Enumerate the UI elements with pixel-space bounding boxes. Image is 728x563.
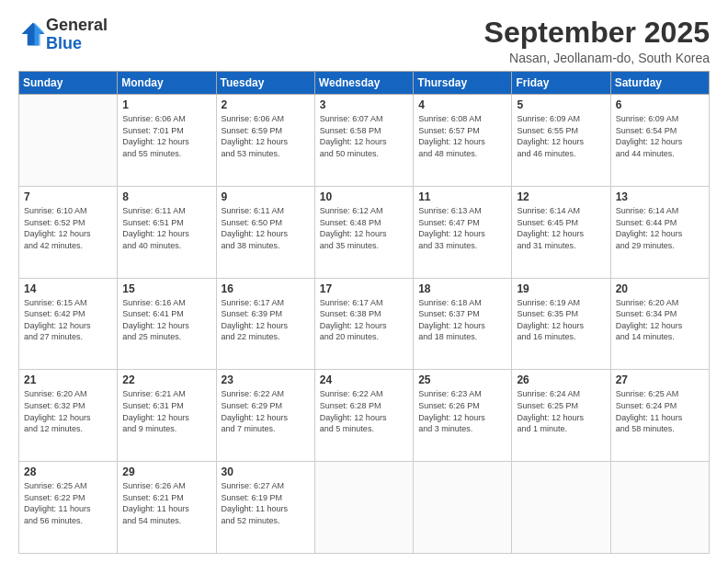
day-number: 7	[24, 190, 112, 203]
calendar-week-row: 14Sunrise: 6:15 AM Sunset: 6:42 PM Dayli…	[19, 278, 710, 370]
day-info: Sunrise: 6:09 AM Sunset: 6:54 PM Dayligh…	[616, 113, 704, 159]
day-info: Sunrise: 6:07 AM Sunset: 6:58 PM Dayligh…	[320, 113, 408, 159]
calendar-cell: 5Sunrise: 6:09 AM Sunset: 6:55 PM Daylig…	[512, 95, 610, 187]
location: Nasan, Jeollanam-do, South Korea	[484, 51, 710, 65]
title-block: September 2025 Nasan, Jeollanam-do, Sout…	[484, 17, 710, 65]
calendar-cell: 13Sunrise: 6:14 AM Sunset: 6:44 PM Dayli…	[610, 186, 709, 278]
calendar-cell: 30Sunrise: 6:27 AM Sunset: 6:19 PM Dayli…	[216, 462, 314, 554]
day-info: Sunrise: 6:12 AM Sunset: 6:48 PM Dayligh…	[320, 205, 408, 251]
day-number: 14	[24, 282, 112, 295]
calendar-cell: 1Sunrise: 6:06 AM Sunset: 7:01 PM Daylig…	[118, 95, 216, 187]
day-number: 22	[122, 373, 210, 386]
header: General Blue September 2025 Nasan, Jeoll…	[18, 17, 710, 65]
calendar-week-row: 21Sunrise: 6:20 AM Sunset: 6:32 PM Dayli…	[19, 370, 710, 462]
day-number: 24	[320, 373, 408, 386]
day-info: Sunrise: 6:17 AM Sunset: 6:39 PM Dayligh…	[222, 297, 310, 343]
calendar-header-row: SundayMondayTuesdayWednesdayThursdayFrid…	[19, 72, 710, 95]
weekday-header: Friday	[512, 72, 610, 95]
day-info: Sunrise: 6:21 AM Sunset: 6:31 PM Dayligh…	[122, 388, 210, 434]
calendar-cell: 16Sunrise: 6:17 AM Sunset: 6:39 PM Dayli…	[216, 278, 314, 370]
day-number: 8	[122, 190, 210, 203]
weekday-header: Monday	[118, 72, 216, 95]
svg-marker-0	[22, 22, 45, 45]
calendar-cell: 12Sunrise: 6:14 AM Sunset: 6:45 PM Dayli…	[512, 186, 610, 278]
calendar-cell: 18Sunrise: 6:18 AM Sunset: 6:37 PM Dayli…	[414, 278, 512, 370]
day-number: 1	[122, 98, 210, 111]
day-info: Sunrise: 6:22 AM Sunset: 6:28 PM Dayligh…	[320, 388, 408, 434]
calendar-cell: 24Sunrise: 6:22 AM Sunset: 6:28 PM Dayli…	[314, 370, 413, 462]
day-number: 25	[418, 373, 506, 386]
day-number: 10	[320, 190, 408, 203]
day-info: Sunrise: 6:19 AM Sunset: 6:35 PM Dayligh…	[517, 297, 605, 343]
day-info: Sunrise: 6:09 AM Sunset: 6:55 PM Dayligh…	[517, 113, 605, 159]
day-number: 12	[517, 190, 605, 203]
day-info: Sunrise: 6:17 AM Sunset: 6:38 PM Dayligh…	[320, 297, 408, 343]
calendar-week-row: 1Sunrise: 6:06 AM Sunset: 7:01 PM Daylig…	[19, 95, 710, 187]
calendar-cell: 21Sunrise: 6:20 AM Sunset: 6:32 PM Dayli…	[19, 370, 118, 462]
day-info: Sunrise: 6:27 AM Sunset: 6:19 PM Dayligh…	[222, 480, 310, 526]
day-number: 30	[222, 465, 310, 478]
calendar-cell: 22Sunrise: 6:21 AM Sunset: 6:31 PM Dayli…	[118, 370, 216, 462]
day-info: Sunrise: 6:16 AM Sunset: 6:41 PM Dayligh…	[122, 297, 210, 343]
calendar-cell	[314, 462, 413, 554]
calendar-week-row: 7Sunrise: 6:10 AM Sunset: 6:52 PM Daylig…	[19, 186, 710, 278]
calendar-cell	[414, 462, 512, 554]
logo-general: General	[46, 17, 108, 35]
day-number: 13	[616, 190, 704, 203]
day-info: Sunrise: 6:06 AM Sunset: 7:01 PM Dayligh…	[122, 113, 210, 159]
day-number: 27	[616, 373, 704, 386]
day-info: Sunrise: 6:08 AM Sunset: 6:57 PM Dayligh…	[418, 113, 506, 159]
day-number: 18	[418, 282, 506, 295]
calendar-cell: 11Sunrise: 6:13 AM Sunset: 6:47 PM Dayli…	[414, 186, 512, 278]
day-info: Sunrise: 6:26 AM Sunset: 6:21 PM Dayligh…	[122, 480, 210, 526]
calendar-week-row: 28Sunrise: 6:25 AM Sunset: 6:22 PM Dayli…	[19, 462, 710, 554]
day-info: Sunrise: 6:20 AM Sunset: 6:34 PM Dayligh…	[616, 297, 704, 343]
logo-icon	[20, 21, 46, 47]
calendar-cell: 15Sunrise: 6:16 AM Sunset: 6:41 PM Dayli…	[118, 278, 216, 370]
day-number: 9	[222, 190, 310, 203]
weekday-header: Wednesday	[314, 72, 413, 95]
calendar-cell: 10Sunrise: 6:12 AM Sunset: 6:48 PM Dayli…	[314, 186, 413, 278]
logo-text: General Blue	[46, 17, 108, 53]
calendar-cell: 7Sunrise: 6:10 AM Sunset: 6:52 PM Daylig…	[19, 186, 118, 278]
weekday-header: Sunday	[19, 72, 118, 95]
day-info: Sunrise: 6:13 AM Sunset: 6:47 PM Dayligh…	[418, 205, 506, 251]
page: General Blue September 2025 Nasan, Jeoll…	[0, 0, 728, 563]
day-number: 21	[24, 373, 112, 386]
calendar-cell: 4Sunrise: 6:08 AM Sunset: 6:57 PM Daylig…	[414, 95, 512, 187]
day-number: 2	[222, 98, 310, 111]
day-number: 11	[418, 190, 506, 203]
day-number: 23	[222, 373, 310, 386]
calendar-cell	[19, 95, 118, 187]
day-info: Sunrise: 6:23 AM Sunset: 6:26 PM Dayligh…	[418, 388, 506, 434]
day-number: 16	[222, 282, 310, 295]
day-info: Sunrise: 6:25 AM Sunset: 6:22 PM Dayligh…	[24, 480, 112, 526]
day-info: Sunrise: 6:24 AM Sunset: 6:25 PM Dayligh…	[517, 388, 605, 434]
day-info: Sunrise: 6:14 AM Sunset: 6:44 PM Dayligh…	[616, 205, 704, 251]
calendar-cell: 14Sunrise: 6:15 AM Sunset: 6:42 PM Dayli…	[19, 278, 118, 370]
day-number: 28	[24, 465, 112, 478]
day-info: Sunrise: 6:18 AM Sunset: 6:37 PM Dayligh…	[418, 297, 506, 343]
day-number: 19	[517, 282, 605, 295]
day-number: 17	[320, 282, 408, 295]
calendar-cell: 9Sunrise: 6:11 AM Sunset: 6:50 PM Daylig…	[216, 186, 314, 278]
day-number: 15	[122, 282, 210, 295]
calendar-cell	[610, 462, 709, 554]
calendar-cell: 3Sunrise: 6:07 AM Sunset: 6:58 PM Daylig…	[314, 95, 413, 187]
day-number: 5	[517, 98, 605, 111]
calendar-cell: 8Sunrise: 6:11 AM Sunset: 6:51 PM Daylig…	[118, 186, 216, 278]
day-info: Sunrise: 6:25 AM Sunset: 6:24 PM Dayligh…	[616, 388, 704, 434]
calendar-cell	[512, 462, 610, 554]
day-number: 6	[616, 98, 704, 111]
day-info: Sunrise: 6:11 AM Sunset: 6:51 PM Dayligh…	[122, 205, 210, 251]
calendar-cell: 28Sunrise: 6:25 AM Sunset: 6:22 PM Dayli…	[19, 462, 118, 554]
logo: General Blue	[18, 17, 108, 53]
day-info: Sunrise: 6:14 AM Sunset: 6:45 PM Dayligh…	[517, 205, 605, 251]
calendar-cell: 29Sunrise: 6:26 AM Sunset: 6:21 PM Dayli…	[118, 462, 216, 554]
day-info: Sunrise: 6:10 AM Sunset: 6:52 PM Dayligh…	[24, 205, 112, 251]
day-info: Sunrise: 6:15 AM Sunset: 6:42 PM Dayligh…	[24, 297, 112, 343]
day-info: Sunrise: 6:20 AM Sunset: 6:32 PM Dayligh…	[24, 388, 112, 434]
calendar-cell: 2Sunrise: 6:06 AM Sunset: 6:59 PM Daylig…	[216, 95, 314, 187]
calendar-cell: 26Sunrise: 6:24 AM Sunset: 6:25 PM Dayli…	[512, 370, 610, 462]
logo-blue: Blue	[46, 35, 108, 53]
